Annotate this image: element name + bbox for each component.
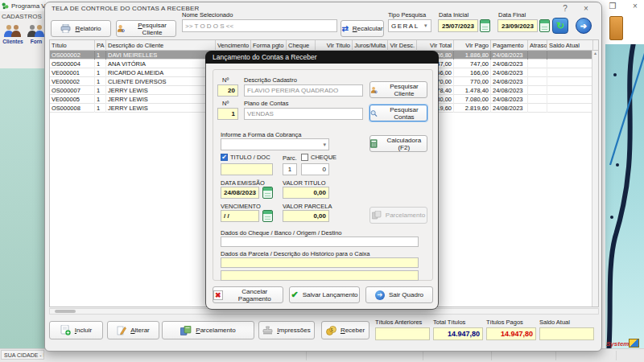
column-header[interactable]: Atraso <box>528 40 547 51</box>
receber-button[interactable]: $Receber <box>321 321 369 339</box>
person-search-icon <box>370 86 378 94</box>
close-button[interactable]: × <box>577 3 595 14</box>
total-label: Títulos Pagos <box>486 319 536 326</box>
system-tray-icon <box>629 339 639 348</box>
table-cell: VE000002 <box>50 77 95 86</box>
background-toolbar-icon <box>609 16 623 40</box>
client-desc-field[interactable]: FLAVIO PEREIRA QUADRADO <box>244 84 363 97</box>
calendar-icon[interactable] <box>480 19 490 32</box>
impressoes-button[interactable]: Impressões <box>258 321 315 339</box>
column-header[interactable]: PA <box>95 40 106 51</box>
report-button[interactable]: Relatório <box>51 20 111 37</box>
save-check-icon: ✔ <box>291 290 298 300</box>
total-2: Total Títulos14.947,80 <box>433 319 483 340</box>
receber-label: Receber <box>341 327 365 334</box>
refresh-titles-button[interactable]: ↻ <box>552 18 568 34</box>
modal-search-client-button[interactable]: Pesquisar Cliente <box>369 81 427 98</box>
table-cell: 1.886,80 <box>454 51 491 60</box>
recalculate-label: Recalcular <box>353 25 383 32</box>
selected-name-field[interactable]: >> T O D O S << <box>182 19 337 32</box>
outer-restore-button[interactable]: ❐ <box>604 1 621 11</box>
calculator-button[interactable]: Calculadora (F2) <box>369 135 427 152</box>
total-value <box>539 327 594 340</box>
date-start-label: Data Inicial <box>439 11 469 19</box>
alterar-label: Alterar <box>130 327 150 334</box>
incluir-button[interactable]: Incluir <box>49 321 103 339</box>
due-date-field[interactable]: / / <box>221 210 259 222</box>
history-label: Dados da Parcela / Descrição do Históric… <box>221 250 370 257</box>
column-header[interactable]: Cheque <box>287 40 316 51</box>
calendar-icon[interactable] <box>262 210 273 222</box>
history-field-1[interactable] <box>221 257 419 268</box>
search-type-select[interactable]: GERAL ▾ <box>388 19 431 32</box>
table-cell: 24/08/2023 <box>491 51 528 60</box>
table-cell <box>547 68 593 77</box>
table-cell: CLIENTE DIVERSOS <box>106 77 216 86</box>
help-button[interactable]: ? <box>556 3 574 14</box>
cheque-count-field[interactable]: 0 <box>301 163 329 175</box>
column-header[interactable]: Vlr Total <box>417 40 454 51</box>
toolbar-item-clientes[interactable]: Clientes <box>2 24 23 44</box>
search-type-label: Tipo Pesquisa <box>388 11 426 19</box>
cheque-info-field[interactable] <box>221 237 419 247</box>
vertical-scrollbar[interactable]: ▲ <box>592 51 598 306</box>
toolbar-item-label: Clientes <box>2 39 23 44</box>
exit-window-button[interactable]: ➔ <box>576 18 592 34</box>
table-cell: 1.478,40 <box>454 86 491 95</box>
installment-button[interactable]: Parcelamento <box>369 207 427 224</box>
account-no-field[interactable]: 1 <box>217 108 238 120</box>
cheque-checkbox[interactable]: CHEQUE <box>301 154 336 161</box>
menu-cadastros[interactable]: CADASTROS <box>2 13 42 20</box>
titulo-doc-checkbox[interactable]: ✔ TITULO / DOC <box>221 154 270 161</box>
scrollbar-thumb[interactable] <box>55 310 76 313</box>
calendar-icon[interactable] <box>539 19 550 32</box>
checkbox-icon: ✔ <box>221 154 228 161</box>
date-end-field[interactable]: 23/09/2023 <box>497 19 538 32</box>
history-field-2[interactable] <box>221 270 419 281</box>
exit-modal-button[interactable]: ➔ Sair Quadro <box>365 286 433 303</box>
modal-search-account-button[interactable]: Pesquisar Contas <box>369 105 427 121</box>
client-desc-label: Descrição Cadastro <box>244 76 297 84</box>
value-installment-field[interactable]: 0,00 <box>283 210 329 222</box>
column-header[interactable]: Forma pgto <box>251 40 287 51</box>
column-header[interactable]: Vlr Pago <box>454 40 491 51</box>
table-cell: RICARDO ALMEIDA <box>106 68 216 77</box>
date-start-field[interactable]: 25/07/2023 <box>438 19 478 32</box>
outer-close-button[interactable]: × <box>626 1 644 11</box>
client-no-field[interactable]: 20 <box>217 84 238 97</box>
titulo-doc-field[interactable] <box>221 163 273 175</box>
column-header[interactable]: Vlr Titulo <box>316 40 353 51</box>
table-cell <box>528 104 547 113</box>
column-header[interactable]: Vencimento <box>216 40 251 51</box>
table-cell <box>547 51 593 60</box>
account-field[interactable]: VENDAS <box>244 108 363 120</box>
column-header[interactable]: Título <box>50 40 95 51</box>
status-city: SUA CIDADE - I <box>1 350 44 360</box>
scroll-up-icon[interactable]: ▲ <box>593 51 597 56</box>
billing-select[interactable]: ▾ <box>221 138 329 150</box>
alterar-button[interactable]: Alterar <box>107 321 159 339</box>
save-button[interactable]: ✔ Salvar Lançamento <box>289 286 360 303</box>
parcelamento-label: Parcelamento <box>196 327 235 334</box>
cancel-payment-button[interactable]: ✖ Cancelar Pagamento <box>213 286 283 303</box>
column-header[interactable]: Vlr Desc. <box>388 40 417 51</box>
value-title-field[interactable]: 0,00 <box>283 187 329 199</box>
date-end-label: Data Final <box>498 11 526 19</box>
table-cell: 24/08/2023 <box>491 68 528 77</box>
account-label: Plano de Contas <box>244 100 288 107</box>
column-header[interactable]: Juros/Multa <box>353 40 388 51</box>
calendar-icon[interactable] <box>262 187 273 199</box>
search-client-button[interactable]: Pesquisar Cliente <box>116 20 176 37</box>
table-cell: VE000001 <box>50 68 95 77</box>
column-header[interactable]: Pagamento <box>491 40 528 51</box>
recalculate-button[interactable]: ⇄ Recalcular <box>341 20 384 37</box>
titulo-doc-label: TITULO / DOC <box>230 154 270 161</box>
cheque-label: CHEQUE <box>311 154 336 161</box>
parc-field[interactable]: 1 <box>283 163 297 175</box>
parcelamento-button[interactable]: Parcelamento <box>162 321 254 339</box>
column-header[interactable]: Saldo Atual <box>547 40 593 51</box>
column-header[interactable]: Descrição do Cliente <box>106 40 216 51</box>
emission-date-field[interactable]: 24/08/2023 <box>221 187 259 199</box>
watermark-system: System <box>606 340 629 348</box>
cheque-info-label: Dados do Cheque / Banco / Origem / Desti… <box>221 229 342 237</box>
